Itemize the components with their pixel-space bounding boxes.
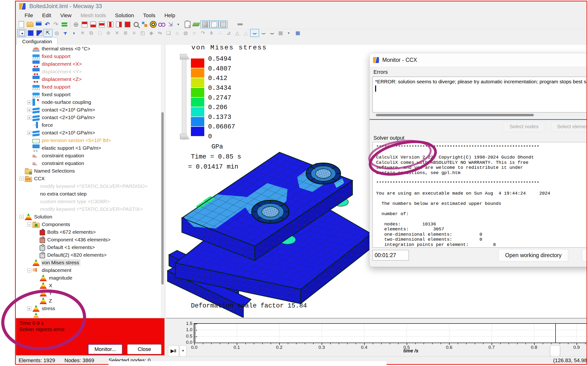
toolbar-button[interactable]: ↷ — [199, 29, 207, 37]
toolbar-button[interactable]: ▾ — [285, 29, 294, 37]
tree-item[interactable]: no extra contact step — [16, 190, 165, 198]
tree-item[interactable]: Component <436 elements> — [16, 236, 165, 244]
viewport-3d[interactable]: von Mises stress 0.54940.48070.4120.3434… — [166, 45, 587, 318]
toolbar-button[interactable] — [140, 20, 149, 28]
toolbar-button[interactable]: ◎ — [52, 29, 61, 37]
toolbar-button[interactable] — [132, 20, 140, 28]
open-working-directory-button[interactable]: Open working directory — [499, 249, 568, 261]
toolbar-button[interactable]: ⌣ — [259, 29, 268, 37]
menu-item[interactable]: Mesh tools — [76, 11, 111, 20]
toolbar-button[interactable]: △ — [233, 29, 241, 37]
tree-item[interactable]: custom element type <C3D8R> — [16, 198, 165, 205]
tree-expander[interactable]: + — [27, 100, 31, 104]
toolbar-button[interactable] — [89, 20, 97, 28]
tree-item[interactable]: − Solution — [16, 213, 165, 221]
splitter-line[interactable] — [370, 119, 587, 120]
toolbar-button[interactable] — [115, 20, 123, 28]
toolbar-button[interactable]: ↶ — [43, 20, 52, 28]
tree-item[interactable]: uₓ constraint equation — [16, 160, 165, 167]
play-pause-button[interactable]: ▶‖ — [168, 345, 179, 356]
toolbar-button[interactable] — [60, 20, 69, 28]
tree-item[interactable]: fixed support — [16, 83, 165, 91]
tab-configuration[interactable]: Configuration — [17, 38, 58, 45]
tree-item[interactable]: von Mises stress — [16, 259, 165, 267]
toolbar-button[interactable]: ∴ — [216, 29, 224, 37]
log-button[interactable]: Log — [582, 249, 587, 261]
toolbar-button[interactable]: ▦ — [276, 29, 285, 37]
toolbar-button[interactable]: ⇋ — [156, 29, 164, 37]
toolbar-button[interactable]: ✕ — [113, 29, 121, 37]
toolbar-button[interactable] — [183, 20, 192, 28]
toolbar-button[interactable]: ⌣ — [250, 29, 259, 37]
toolbar-button[interactable] — [149, 20, 157, 28]
monitor-title-bar[interactable]: Monitor - CCX — [370, 53, 587, 67]
menu-item[interactable]: Tools — [139, 11, 160, 20]
tree-expander[interactable]: − — [27, 268, 31, 272]
toolbar-button[interactable]: ⇱ — [44, 29, 52, 37]
select-nodes-button[interactable]: Select nodes — [502, 121, 546, 132]
menu-item[interactable]: Solution — [111, 11, 139, 20]
tree-item[interactable]: + contact <2×10³ GPa/m> — [16, 129, 165, 137]
errors-hscrollbar-thumb[interactable] — [376, 114, 534, 116]
toolbar-button[interactable]: ≡ — [130, 29, 138, 37]
toolbar-button[interactable]: ❑ — [164, 29, 173, 37]
tree-expander[interactable]: + — [27, 131, 31, 135]
tree-item[interactable]: + stress — [16, 305, 165, 312]
tree-item[interactable]: + contact <2×10³ GPa/m> — [16, 114, 165, 121]
tree-item[interactable]: uₓ constraint equation — [16, 152, 165, 160]
play-options-dropdown[interactable]: ▼ — [179, 345, 187, 356]
toolbar-button[interactable] — [192, 20, 201, 28]
tree-item[interactable]: fixed support — [16, 53, 165, 60]
errors-textbox[interactable]: *ERROR: solution seems to diverge; pleas… — [372, 77, 587, 113]
tree-item[interactable]: − CCX — [16, 175, 165, 183]
toolbar-button[interactable]: ↷ — [52, 20, 60, 28]
toolbar-button[interactable] — [157, 20, 166, 28]
toolbar-button[interactable]: ▦ — [294, 29, 302, 37]
time-cursor-line[interactable] — [555, 324, 556, 343]
tree-item[interactable]: fixed support — [16, 91, 165, 98]
toolbar-button[interactable]: □ — [96, 29, 104, 37]
toolbar-button[interactable] — [34, 20, 43, 28]
menu-item[interactable]: File — [20, 11, 37, 20]
toolbar-button[interactable]: ◗ — [70, 29, 78, 37]
tree-expander[interactable]: − — [20, 177, 24, 181]
tree-item[interactable]: Default(2) <820 elements> — [16, 251, 165, 259]
toolbar-button[interactable]: ◰ — [138, 29, 147, 37]
tree-expander[interactable]: + — [27, 115, 31, 120]
timeline-plot[interactable]: 0.0 0.1 0.2 0.3 — [194, 323, 587, 343]
toolbar-button[interactable] — [70, 21, 70, 28]
toolbar-button[interactable]: ▾ — [175, 20, 183, 28]
tree-item[interactable]: Bolts <672 elements> — [16, 228, 165, 236]
toolbar-button[interactable]: ⋔ — [207, 29, 216, 37]
close-button[interactable]: Close — [127, 344, 162, 354]
menu-item[interactable]: Edit — [37, 11, 56, 20]
tree-item[interactable]: Named Selections — [16, 167, 165, 175]
toolbar-button[interactable] — [26, 20, 34, 28]
toolbar-button[interactable] — [97, 20, 106, 28]
tree-item[interactable]: displacement <X> — [16, 60, 165, 68]
tree-item[interactable]: − Components — [16, 221, 165, 228]
toolbar-button[interactable] — [123, 20, 132, 28]
monitor-button[interactable]: Monitor... — [88, 344, 122, 354]
tree-item[interactable]: + contact <2×10³ GPa/m> — [16, 106, 165, 114]
toolbar-button[interactable] — [219, 20, 228, 28]
toolbar-button[interactable]: ≣ — [121, 29, 130, 37]
menu-item[interactable]: View — [56, 11, 76, 20]
tree-item[interactable]: modify keyword <*STATIC,SOLVER=PARDISO> — [16, 183, 165, 190]
toolbar-button[interactable]: ⊕ — [72, 20, 80, 28]
time-cursor-handle[interactable] — [550, 345, 560, 356]
toolbar-button[interactable]: ◍ — [181, 29, 190, 37]
menu-item[interactable]: Help — [160, 11, 180, 20]
tree-item[interactable]: Default <1 elements> — [16, 244, 165, 251]
tree-item[interactable]: + node-surface coupling — [16, 98, 165, 106]
tree-item[interactable]: displacement <Y> — [16, 68, 165, 76]
tree-item[interactable]: Z — [16, 297, 165, 305]
toolbar-button[interactable] — [35, 29, 44, 37]
toolbar-button[interactable] — [17, 20, 26, 28]
toolbar-button[interactable] — [201, 20, 209, 28]
toolbar-button[interactable] — [26, 29, 35, 37]
tree-expander[interactable]: + — [27, 108, 31, 112]
tree-item[interactable]: force — [16, 121, 165, 129]
tree-item[interactable]: pre-tension section <5×10³ lbf> — [16, 137, 165, 144]
tree-item[interactable]: thermal stress <0 °C> — [16, 45, 165, 53]
